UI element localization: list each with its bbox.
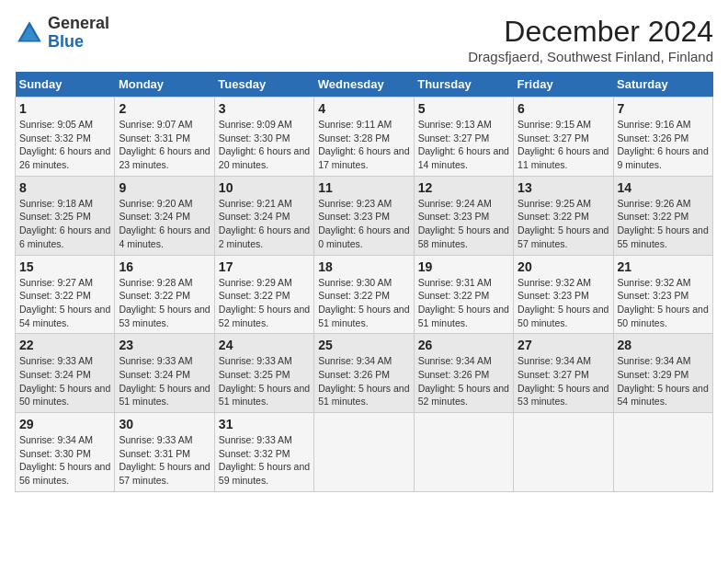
calendar-cell: 14Sunrise: 9:26 AM Sunset: 3:22 PM Dayli… [613,176,712,255]
day-info: Sunrise: 9:13 AM Sunset: 3:27 PM Dayligh… [418,118,509,172]
calendar-cell: 13Sunrise: 9:25 AM Sunset: 3:22 PM Dayli… [514,176,613,255]
calendar-cell: 29Sunrise: 9:34 AM Sunset: 3:30 PM Dayli… [16,413,115,492]
day-info: Sunrise: 9:34 AM Sunset: 3:26 PM Dayligh… [418,354,509,408]
day-info: Sunrise: 9:33 AM Sunset: 3:25 PM Dayligh… [219,354,310,408]
calendar-cell: 22Sunrise: 9:33 AM Sunset: 3:24 PM Dayli… [16,334,115,413]
day-info: Sunrise: 9:34 AM Sunset: 3:29 PM Dayligh… [618,354,709,408]
calendar-cell: 17Sunrise: 9:29 AM Sunset: 3:22 PM Dayli… [214,255,313,334]
day-info: Sunrise: 9:32 AM Sunset: 3:23 PM Dayligh… [518,276,609,330]
calendar-cell: 24Sunrise: 9:33 AM Sunset: 3:25 PM Dayli… [214,334,313,413]
day-number: 24 [219,338,310,352]
day-info: Sunrise: 9:33 AM Sunset: 3:24 PM Dayligh… [19,354,110,408]
day-info: Sunrise: 9:09 AM Sunset: 3:30 PM Dayligh… [219,118,310,172]
header-day-sunday: Sunday [16,72,115,98]
day-number: 13 [518,180,609,195]
calendar-cell: 25Sunrise: 9:34 AM Sunset: 3:26 PM Dayli… [314,334,414,413]
calendar-cell: 4Sunrise: 9:11 AM Sunset: 3:28 PM Daylig… [314,98,414,177]
calendar-cell: 1Sunrise: 9:05 AM Sunset: 3:32 PM Daylig… [16,98,115,177]
day-info: Sunrise: 9:34 AM Sunset: 3:26 PM Dayligh… [318,354,409,408]
calendar-cell: 9Sunrise: 9:20 AM Sunset: 3:24 PM Daylig… [115,176,214,255]
calendar-cell: 6Sunrise: 9:15 AM Sunset: 3:27 PM Daylig… [514,98,613,177]
day-number: 4 [318,101,409,116]
calendar-cell: 23Sunrise: 9:33 AM Sunset: 3:24 PM Dayli… [115,334,214,413]
day-number: 11 [318,180,409,195]
day-number: 1 [19,101,110,116]
day-info: Sunrise: 9:30 AM Sunset: 3:22 PM Dayligh… [318,276,409,330]
day-info: Sunrise: 9:34 AM Sunset: 3:27 PM Dayligh… [518,354,609,408]
calendar-week-2: 8Sunrise: 9:18 AM Sunset: 3:25 PM Daylig… [16,176,713,255]
day-info: Sunrise: 9:33 AM Sunset: 3:31 PM Dayligh… [119,433,210,488]
calendar-cell: 3Sunrise: 9:09 AM Sunset: 3:30 PM Daylig… [214,98,313,177]
day-info: Sunrise: 9:31 AM Sunset: 3:22 PM Dayligh… [418,276,509,330]
day-number: 26 [418,338,509,352]
day-number: 30 [119,417,210,431]
calendar-cell: 21Sunrise: 9:32 AM Sunset: 3:23 PM Dayli… [613,255,712,334]
day-info: Sunrise: 9:24 AM Sunset: 3:23 PM Dayligh… [418,197,509,251]
day-number: 28 [618,338,709,352]
calendar-cell: 5Sunrise: 9:13 AM Sunset: 3:27 PM Daylig… [414,98,513,177]
day-number: 8 [19,180,110,195]
day-number: 25 [318,338,409,352]
logo-text: General Blue [48,15,109,52]
calendar-week-3: 15Sunrise: 9:27 AM Sunset: 3:22 PM Dayli… [16,255,713,334]
calendar-header: SundayMondayTuesdayWednesdayThursdayFrid… [16,72,713,98]
day-info: Sunrise: 9:27 AM Sunset: 3:22 PM Dayligh… [19,276,110,330]
header-day-monday: Monday [115,72,214,98]
page-header: General Blue December 2024 Dragsfjaerd, … [15,15,713,64]
day-info: Sunrise: 9:28 AM Sunset: 3:22 PM Dayligh… [119,276,210,330]
calendar-cell [314,413,414,492]
logo: General Blue [15,15,109,52]
day-number: 29 [19,417,110,431]
calendar-cell: 15Sunrise: 9:27 AM Sunset: 3:22 PM Dayli… [16,255,115,334]
calendar-cell: 16Sunrise: 9:28 AM Sunset: 3:22 PM Dayli… [115,255,214,334]
header-day-saturday: Saturday [613,72,712,98]
calendar-week-5: 29Sunrise: 9:34 AM Sunset: 3:30 PM Dayli… [16,413,713,492]
day-number: 12 [418,180,509,195]
calendar-cell: 31Sunrise: 9:33 AM Sunset: 3:32 PM Dayli… [214,413,313,492]
calendar-cell: 7Sunrise: 9:16 AM Sunset: 3:26 PM Daylig… [613,98,712,177]
page-subtitle: Dragsfjaerd, Southwest Finland, Finland [468,49,713,64]
calendar-cell: 19Sunrise: 9:31 AM Sunset: 3:22 PM Dayli… [414,255,513,334]
calendar-cell: 20Sunrise: 9:32 AM Sunset: 3:23 PM Dayli… [514,255,613,334]
day-info: Sunrise: 9:32 AM Sunset: 3:23 PM Dayligh… [618,276,709,330]
calendar-cell: 27Sunrise: 9:34 AM Sunset: 3:27 PM Dayli… [514,334,613,413]
day-number: 31 [219,417,310,431]
calendar-cell: 28Sunrise: 9:34 AM Sunset: 3:29 PM Dayli… [613,334,712,413]
calendar-week-4: 22Sunrise: 9:33 AM Sunset: 3:24 PM Dayli… [16,334,713,413]
logo-icon [15,18,44,48]
day-info: Sunrise: 9:07 AM Sunset: 3:31 PM Dayligh… [119,118,210,172]
calendar-cell: 8Sunrise: 9:18 AM Sunset: 3:25 PM Daylig… [16,176,115,255]
calendar-cell [613,413,712,492]
day-number: 5 [418,101,509,116]
header-day-thursday: Thursday [414,72,513,98]
day-info: Sunrise: 9:25 AM Sunset: 3:22 PM Dayligh… [518,197,609,251]
calendar-cell: 18Sunrise: 9:30 AM Sunset: 3:22 PM Dayli… [314,255,414,334]
day-number: 23 [119,338,210,352]
calendar-table: SundayMondayTuesdayWednesdayThursdayFrid… [15,72,713,492]
day-info: Sunrise: 9:29 AM Sunset: 3:22 PM Dayligh… [219,276,310,330]
day-info: Sunrise: 9:05 AM Sunset: 3:32 PM Dayligh… [19,118,110,172]
header-day-friday: Friday [514,72,613,98]
day-number: 21 [618,259,709,274]
title-area: December 2024 Dragsfjaerd, Southwest Fin… [468,15,713,64]
day-info: Sunrise: 9:15 AM Sunset: 3:27 PM Dayligh… [518,118,609,172]
day-info: Sunrise: 9:11 AM Sunset: 3:28 PM Dayligh… [318,118,409,172]
day-number: 15 [19,259,110,274]
calendar-body: 1Sunrise: 9:05 AM Sunset: 3:32 PM Daylig… [16,98,713,492]
calendar-cell: 2Sunrise: 9:07 AM Sunset: 3:31 PM Daylig… [115,98,214,177]
calendar-cell: 12Sunrise: 9:24 AM Sunset: 3:23 PM Dayli… [414,176,513,255]
day-number: 6 [518,101,609,116]
day-info: Sunrise: 9:33 AM Sunset: 3:24 PM Dayligh… [119,354,210,408]
day-number: 20 [518,259,609,274]
day-number: 16 [119,259,210,274]
day-number: 9 [119,180,210,195]
day-info: Sunrise: 9:33 AM Sunset: 3:32 PM Dayligh… [219,433,310,488]
calendar-cell: 30Sunrise: 9:33 AM Sunset: 3:31 PM Dayli… [115,413,214,492]
header-row: SundayMondayTuesdayWednesdayThursdayFrid… [16,72,713,98]
day-number: 2 [119,101,210,116]
day-number: 18 [318,259,409,274]
day-info: Sunrise: 9:34 AM Sunset: 3:30 PM Dayligh… [19,433,110,488]
day-info: Sunrise: 9:20 AM Sunset: 3:24 PM Dayligh… [119,197,210,251]
calendar-week-1: 1Sunrise: 9:05 AM Sunset: 3:32 PM Daylig… [16,98,713,177]
day-number: 3 [219,101,310,116]
